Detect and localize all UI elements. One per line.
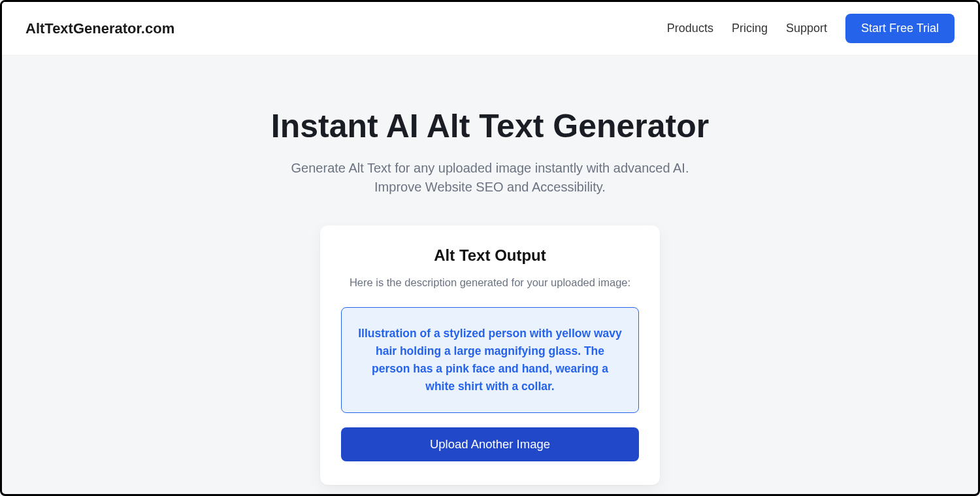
main-content: Instant AI Alt Text Generator Generate A…	[2, 56, 978, 485]
card-title: Alt Text Output	[341, 246, 639, 265]
output-card: Alt Text Output Here is the description …	[320, 225, 660, 486]
card-subtitle: Here is the description generated for yo…	[341, 276, 639, 289]
start-free-trial-button[interactable]: Start Free Trial	[845, 14, 955, 43]
header: AltTextGenerator.com Products Pricing Su…	[2, 2, 978, 56]
hero-subtitle: Generate Alt Text for any uploaded image…	[281, 159, 699, 197]
alt-text-output: Illustration of a stylized person with y…	[341, 307, 639, 414]
upload-another-image-button[interactable]: Upload Another Image	[341, 427, 639, 461]
nav-products[interactable]: Products	[667, 22, 713, 35]
nav-pricing[interactable]: Pricing	[732, 22, 768, 35]
site-logo[interactable]: AltTextGenerator.com	[25, 20, 174, 37]
nav-support[interactable]: Support	[786, 22, 827, 35]
hero-title: Instant AI Alt Text Generator	[255, 108, 725, 146]
nav: Products Pricing Support Start Free Tria…	[667, 14, 955, 43]
